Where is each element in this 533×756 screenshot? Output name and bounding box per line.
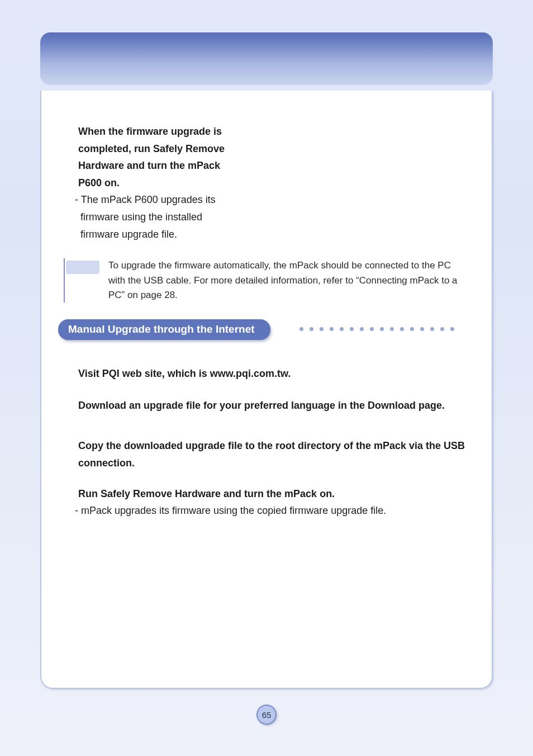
note-text: To upgrade the firmware automatically, t… <box>108 258 469 303</box>
page-number-badge: 65 <box>256 705 277 725</box>
note-box: To upgrade the firmware automatically, t… <box>64 258 469 303</box>
step-2: Download an upgrade file for your prefer… <box>78 397 469 414</box>
dot-icon <box>330 327 334 331</box>
dot-icon <box>390 327 394 331</box>
content-panel: When the firmware upgrade is completed, … <box>40 91 493 689</box>
dot-icon <box>299 327 303 331</box>
dot-icon <box>350 327 354 331</box>
dot-icon <box>430 327 434 331</box>
dot-icon <box>320 327 323 331</box>
note-icon <box>66 261 99 274</box>
step-4: Run Safely Remove Hardware and turn the … <box>78 485 469 519</box>
section-heading: Manual Upgrade through the Internet <box>58 319 270 340</box>
step-title: Visit PQI web site, which is www.pqi.com… <box>78 365 469 382</box>
top-step-body-line: firmware upgrade file. <box>75 229 177 240</box>
step-title: Run Safely Remove Hardware and turn the … <box>78 485 469 503</box>
dot-icon <box>310 327 313 331</box>
decorative-dots <box>299 327 474 331</box>
step-title: Download an upgrade file for your prefer… <box>78 397 469 414</box>
top-step-title-line: P600 on. <box>78 177 120 188</box>
top-step-title: When the firmware upgrade is completed, … <box>78 123 257 191</box>
page-number: 65 <box>262 710 272 720</box>
top-step-title-line: completed, run Safely Remove <box>78 143 225 154</box>
top-step: When the firmware upgrade is completed, … <box>78 123 257 243</box>
dot-icon <box>450 327 454 331</box>
section-heading-row: Manual Upgrade through the Internet <box>58 319 469 341</box>
dot-icon <box>370 327 374 331</box>
dot-icon <box>360 327 364 331</box>
step-body: - mPack upgrades its firmware using the … <box>75 502 469 519</box>
top-step-body: - The mPack P600 upgrades its firmware u… <box>75 191 257 243</box>
top-step-body-line: - The mPack P600 upgrades its <box>75 194 216 205</box>
top-step-title-line: When the firmware upgrade is <box>78 126 222 137</box>
dot-icon <box>410 327 414 331</box>
dot-icon <box>440 327 444 331</box>
step-3: Copy the downloaded upgrade file to the … <box>78 437 469 471</box>
top-step-title-line: Hardware and turn the mPack <box>78 160 220 171</box>
step-title: Copy the downloaded upgrade file to the … <box>78 437 469 471</box>
dot-icon <box>420 327 424 331</box>
dot-icon <box>340 327 344 331</box>
top-step-body-line: firmware using the installed <box>75 211 202 223</box>
dot-icon <box>380 327 384 331</box>
header-banner <box>40 32 493 85</box>
step-1: Visit PQI web site, which is www.pqi.com… <box>78 365 469 382</box>
dot-icon <box>400 327 404 331</box>
